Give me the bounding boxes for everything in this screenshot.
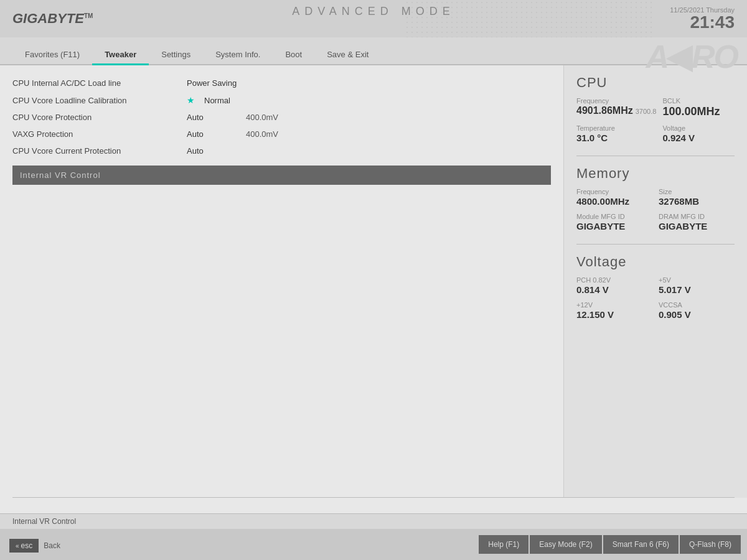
voltage-info-section: Voltage PCH 0.82V 0.814 V +5V 5.017 V +1… [576,254,735,332]
cpu-bclk-value: 100.00MHz [662,105,735,118]
module-mfg-block: Module MFG ID GIGABYTE [576,213,652,235]
voltage-info-grid: PCH 0.82V 0.814 V +5V 5.017 V +12V 12.15… [576,276,735,323]
cpu-temperature-label: Temperature [576,124,656,132]
pch-block: PCH 0.82V 0.814 V [576,276,652,298]
pch-value: 0.814 V [576,284,652,295]
setting-label-1: CPU Internal AC/DC Load line [12,78,187,88]
time-display: 21:43 [670,14,735,31]
help-button[interactable]: Help (F1) [479,535,529,554]
tab-settings[interactable]: Settings [149,45,203,64]
back-label: Back [44,541,60,550]
setting-row-2[interactable]: CPU Vcore Loadline Calibration ★ Normal [12,91,551,109]
cpu-frequency-block: Frequency 4901.86MHz 3700.8 [576,97,656,121]
memory-size-value: 32768MB [659,196,735,207]
status-bar: Internal VR Control [0,513,747,529]
memory-size-label: Size [659,188,735,195]
memory-frequency-value: 4800.00MHz [576,196,652,207]
cpu-bclk-label: BCLK [662,97,735,105]
vccsa-block: VCCSA 0.905 V [659,301,735,323]
setting-secondary-4: 400.0mV [246,129,278,139]
plus5v-block: +5V 5.017 V [659,276,735,298]
setting-secondary-3: 400.0mV [246,113,278,122]
section-header: Internal VR Control [12,166,551,185]
pch-label: PCH 0.82V [576,276,652,284]
star-icon-2: ★ [187,95,195,105]
esc-label: esc [21,541,33,550]
voltage-title: Voltage [576,254,735,270]
cpu-temperature-value: 31.0 °C [576,133,656,143]
module-mfg-label: Module MFG ID [576,213,652,220]
cpu-frequency-combined: 4901.86MHz 3700.8 [576,105,656,116]
memory-size-block: Size 32768MB [659,188,735,210]
setting-primary-2: Normal [204,96,254,105]
dram-mfg-value: GIGABYTE [659,221,735,231]
status-text: Internal VR Control [12,517,76,526]
gigabyte-logo: GIGABYTETM [12,11,93,27]
cpu-temperature-block: Temperature 31.0 °C [576,124,656,146]
aero-logo: A▶RO [646,40,738,73]
tab-boot[interactable]: Boot [273,45,314,64]
setting-label-4: VAXG Protection [12,129,187,139]
right-panel: CPU Frequency 4901.86MHz 3700.8 BCLK 100… [563,65,747,498]
setting-primary-3: Auto [187,113,237,122]
memory-info-section: Memory Frequency 4800.00MHz Size 32768MB… [576,166,735,245]
setting-label-3: CPU Vcore Protection [12,113,187,122]
setting-row-4[interactable]: VAXG Protection Auto 400.0mV [12,126,551,142]
cpu-title: CPU [576,75,735,91]
plus5v-value: 5.017 V [659,284,735,295]
tab-system-info[interactable]: System Info. [203,45,273,64]
setting-label-2: CPU Vcore Loadline Calibration [12,96,187,105]
esc-bar: « esc Back [0,531,70,560]
main-layout: CPU Internal AC/DC Load line Power Savin… [0,65,747,498]
setting-primary-1: Power Saving [187,78,237,88]
cpu-frequency-value: 4901.86MHz [576,105,633,116]
tab-save-exit[interactable]: Save & Exit [314,45,381,64]
smart-fan-button[interactable]: Smart Fan 6 (F6) [603,535,679,554]
cpu-frequency-sub: 3700.8 [636,108,657,115]
setting-value-2: ★ Normal [187,95,254,105]
vccsa-value: 0.905 V [659,309,735,320]
module-mfg-value: GIGABYTE [576,221,652,231]
setting-label-5: CPU Vcore Current Protection [12,146,187,156]
plus12v-label: +12V [576,301,652,309]
setting-row-3[interactable]: CPU Vcore Protection Auto 400.0mV [12,109,551,126]
setting-row-1[interactable]: CPU Internal AC/DC Load line Power Savin… [12,75,551,91]
esc-button[interactable]: « esc [9,539,39,553]
setting-primary-5: Auto [187,146,237,156]
dram-mfg-label: DRAM MFG ID [659,213,735,220]
setting-value-3: Auto 400.0mV [187,113,278,122]
cpu-info-grid: Frequency 4901.86MHz 3700.8 BCLK 100.00M… [576,97,735,146]
bottom-separator [12,497,735,498]
plus12v-value: 12.150 V [576,309,652,320]
setting-primary-4: Auto [187,129,237,139]
cpu-voltage-block: Voltage 0.924 V [662,124,735,146]
cpu-info-section: CPU Frequency 4901.86MHz 3700.8 BCLK 100… [576,75,735,156]
tab-tweaker[interactable]: Tweaker [92,45,149,64]
setting-value-4: Auto 400.0mV [187,129,278,139]
memory-title: Memory [576,166,735,182]
setting-value-1: Power Saving [187,78,246,88]
vccsa-label: VCCSA [659,301,735,309]
esc-chevron-icon: « [16,543,19,549]
memory-frequency-block: Frequency 4800.00MHz [576,188,652,210]
bottom-buttons: « esc Back Help (F1) Easy Mode (F2) Smar… [0,529,747,560]
easy-mode-button[interactable]: Easy Mode (F2) [530,535,601,554]
mode-title: ADVANCED MODE [292,5,455,18]
qflash-button[interactable]: Q-Flash (F8) [680,535,741,554]
setting-value-5: Auto [187,146,237,156]
setting-row-5[interactable]: CPU Vcore Current Protection Auto [12,142,551,159]
cpu-voltage-value: 0.924 V [662,133,735,143]
memory-frequency-label: Frequency [576,188,652,195]
cpu-voltage-label: Voltage [662,124,735,132]
nav-tabs: Favorites (F11) Tweaker Settings System … [0,37,747,65]
tab-favorites[interactable]: Favorites (F11) [12,45,92,64]
plus5v-label: +5V [659,276,735,284]
cpu-frequency-label: Frequency [576,97,656,105]
memory-info-grid: Frequency 4800.00MHz Size 32768MB Module… [576,188,735,235]
plus12v-block: +12V 12.150 V [576,301,652,323]
header: GIGABYTETM ADVANCED MODE 11/25/2021 Thur… [0,0,747,37]
cpu-bclk-block: BCLK 100.00MHz [662,97,735,121]
datetime: 11/25/2021 Thursday 21:43 [670,6,735,31]
dram-mfg-block: DRAM MFG ID GIGABYTE [659,213,735,235]
left-panel: CPU Internal AC/DC Load line Power Savin… [0,65,563,498]
